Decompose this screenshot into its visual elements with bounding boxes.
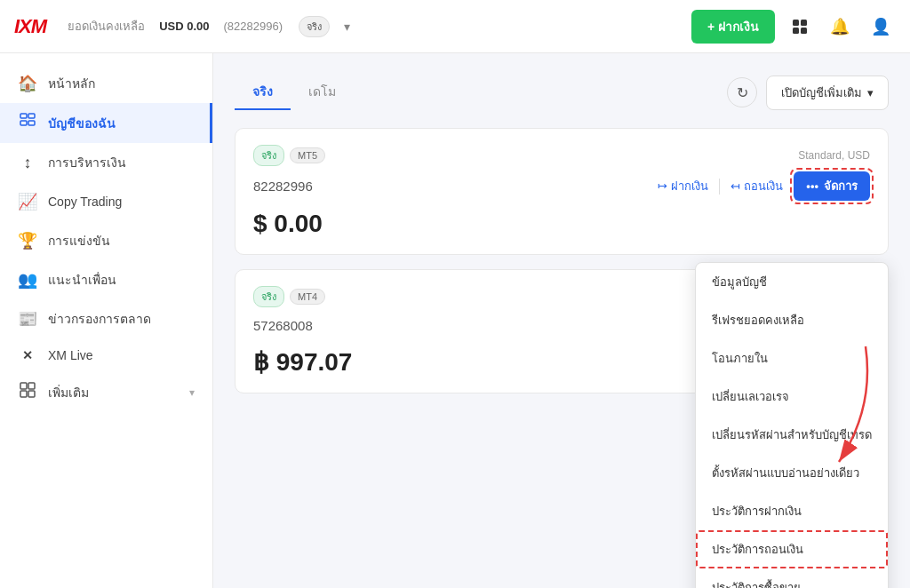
grid-icon-button[interactable] (786, 12, 814, 41)
card-1-balance: $ 0.00 (253, 210, 870, 238)
sidebar-item-referral[interactable]: 👥 แนะนำเพื่อน (0, 260, 212, 299)
card-1-manage-btn[interactable]: ••• จัดการ (794, 171, 870, 201)
logo: IXM (14, 15, 46, 38)
svg-rect-0 (793, 20, 799, 26)
card-1-badge-real: จริง (253, 145, 284, 166)
main-content: จริง เดโม ↻ เปิดบัญชีเพิ่มเติม ▾ จ (213, 53, 910, 588)
dropdown-item-readonly-password[interactable]: ตั้งรหัสผ่านแบบอ่านอย่างเดียว (696, 454, 888, 492)
card-2-account-id: 57268008 (253, 318, 313, 333)
card-1-withdraw-btn[interactable]: ↤ ถอนเงิน (723, 173, 790, 199)
card-1-badge-mt5: MT5 (290, 147, 325, 163)
card-1-deposit-btn[interactable]: ↦ ฝากเงิน (651, 173, 715, 199)
card-2-badge-real: จริง (253, 286, 284, 307)
card-1-divider (719, 179, 720, 195)
more-icon (18, 382, 37, 402)
card-1-type-label: Standard, USD (798, 149, 870, 162)
sidebar-item-my-account[interactable]: บัญชีของฉัน (0, 103, 212, 143)
sidebar-item-money-label: การบริหารเงิน (48, 153, 126, 172)
svg-rect-9 (28, 383, 35, 389)
sidebar-item-xm-live-label: XM Live (48, 348, 93, 362)
svg-rect-7 (28, 121, 35, 125)
header: IXM ยอดเงินคงเหลือ USD 0.00 (82282996) จ… (0, 0, 910, 53)
dropdown-item-change-password-trade[interactable]: เปลี่ยนรหัสผ่านสำหรับบัญชีเทรด (696, 416, 888, 454)
balance-label: ยอดเงินคงเหลือ (68, 17, 145, 36)
grid-icon (791, 18, 809, 36)
deposit-icon: ↦ (658, 179, 667, 193)
refresh-button[interactable]: ↻ (727, 77, 757, 107)
sidebar-item-home-label: หน้าหลัก (48, 74, 95, 93)
dropdown-item-change-leverage[interactable]: เปลี่ยนเลเวอเรจ (696, 377, 888, 416)
sidebar-item-xm-live[interactable]: ✕ XM Live (0, 338, 212, 372)
svg-rect-4 (20, 114, 27, 118)
svg-rect-3 (801, 28, 807, 34)
card-1-actions: ↦ ฝากเงิน ↤ ถอนเงิน ••• จัดการ (651, 171, 870, 201)
sidebar-item-home[interactable]: 🏠 หน้าหลัก (0, 64, 212, 103)
card-1-badges: จริง MT5 (253, 145, 325, 166)
refresh-icon: ↻ (737, 84, 748, 101)
sidebar: 🏠 หน้าหลัก บัญชีของฉัน ↕️ การบริหารเงิน (0, 53, 213, 588)
sidebar-item-news[interactable]: 📰 ข่าวกรองการตลาด (0, 299, 212, 338)
svg-rect-2 (793, 28, 799, 34)
header-deposit-button[interactable]: + ฝากเงิน (691, 10, 775, 44)
news-icon: 📰 (18, 309, 37, 329)
svg-rect-1 (801, 20, 807, 26)
card-2-badges: จริง MT4 (253, 286, 325, 307)
dropdown-item-internal-transfer[interactable]: โอนภายใน (696, 339, 888, 377)
sidebar-item-news-label: ข่าวกรองการตลาด (48, 309, 151, 329)
dropdown-item-trade-history[interactable]: ประวัติการซื้อขาย (696, 568, 888, 588)
main-layout: 🏠 หน้าหลัก บัญชีของฉัน ↕️ การบริหารเงิน (0, 53, 910, 588)
xm-live-icon: ✕ (18, 348, 37, 362)
trophy-icon: 🏆 (18, 231, 37, 250)
tab-demo[interactable]: เดโม (291, 75, 354, 110)
manage-btn-wrapper: ••• จัดการ (794, 171, 870, 201)
svg-rect-5 (28, 114, 35, 118)
svg-rect-6 (20, 121, 27, 125)
svg-rect-8 (20, 383, 27, 389)
card-1-account-id: 82282996 (253, 179, 313, 194)
tab-real[interactable]: จริง (235, 75, 291, 110)
dropdown-item-refresh-balance[interactable]: รีเฟรชยอดคงเหลือ (696, 301, 888, 339)
balance-value: USD 0.00 (159, 20, 209, 33)
open-account-button[interactable]: เปิดบัญชีเพิ่มเติม ▾ (766, 75, 889, 110)
manage-dropdown-menu: ข้อมูลบัญชี รีเฟรชยอดคงเหลือ โอนภายใน เป… (695, 262, 889, 588)
dropdown-item-account-info[interactable]: ข้อมูลบัญชี (696, 263, 888, 301)
tabs-bar: จริง เดโม ↻ เปิดบัญชีเพิ่มเติม ▾ (235, 75, 889, 110)
more-chevron-icon: ▾ (189, 386, 195, 399)
svg-rect-10 (20, 391, 27, 397)
svg-rect-11 (28, 391, 35, 397)
sidebar-item-referral-label: แนะนำเพื่อน (48, 270, 116, 290)
sidebar-item-copy-label: Copy Trading (48, 195, 122, 209)
money-icon: ↕️ (18, 154, 37, 172)
open-account-label: เปิดบัญชีเพิ่มเติม (781, 83, 862, 102)
sidebar-item-competition[interactable]: 🏆 การแข่งขัน (0, 221, 212, 260)
card-1-account-row: 82282996 ↦ ฝากเงิน ↤ ถอนเงิน (253, 171, 870, 201)
sidebar-item-more-label: เพิ่มเติม (48, 383, 89, 402)
bell-icon-button[interactable]: 🔔 (825, 12, 855, 42)
referral-icon: 👥 (18, 270, 37, 290)
header-account-id: (82282996) (224, 20, 283, 33)
sidebar-item-more[interactable]: เพิ่มเติม ▾ (0, 372, 212, 412)
dropdown-item-withdraw-history[interactable]: ประวัติการถอนเงิน (696, 530, 888, 568)
sidebar-item-copy-trading[interactable]: 📈 Copy Trading (0, 182, 212, 221)
account-icon (18, 113, 37, 133)
dropdown-item-deposit-history[interactable]: ประวัติการฝากเงิน (696, 492, 888, 530)
card-1-top-row: จริง MT5 Standard, USD (253, 145, 870, 166)
open-account-chevron-icon: ▾ (867, 86, 874, 99)
account-dropdown-arrow[interactable]: ▾ (344, 20, 350, 34)
copy-trading-icon: 📈 (18, 192, 37, 211)
account-type-badge[interactable]: จริง (299, 16, 330, 37)
sidebar-item-competition-label: การแข่งขัน (48, 231, 110, 250)
dots-icon: ••• (806, 179, 818, 193)
sidebar-item-account-label: บัญชีของฉัน (48, 114, 116, 133)
home-icon: 🏠 (18, 74, 37, 93)
account-card-1: จริง MT5 Standard, USD 82282996 ↦ ฝากเงิ… (235, 128, 889, 255)
profile-icon-button[interactable]: 👤 (866, 12, 896, 42)
sidebar-item-money-management[interactable]: ↕️ การบริหารเงิน (0, 143, 212, 182)
withdraw-icon: ↤ (730, 179, 740, 193)
profile-icon: 👤 (871, 17, 890, 36)
bell-icon: 🔔 (830, 17, 850, 36)
app-container: IXM ยอดเงินคงเหลือ USD 0.00 (82282996) จ… (0, 0, 910, 588)
card-2-badge-mt4: MT4 (290, 289, 325, 305)
